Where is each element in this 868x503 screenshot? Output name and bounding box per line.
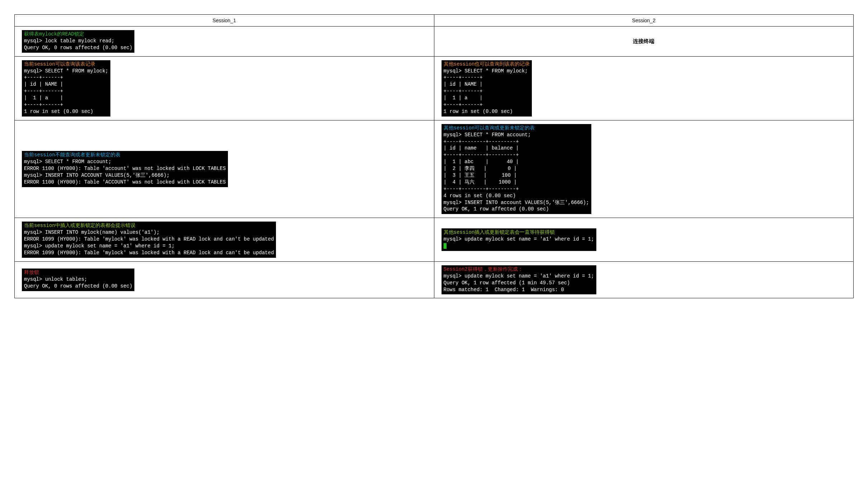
line: | 1 | a | <box>24 95 63 101</box>
terminal-block: 当前session中插入或更新锁定的表都会提示错误 mysql> INSERT … <box>22 222 276 257</box>
terminal-block: 当前session不能查询或者更新未锁定的表 mysql> SELECT * F… <box>22 151 228 187</box>
table-row: 当前session可以查询该表记录 mysql> SELECT * FROM m… <box>15 56 854 120</box>
session-comparison-table: Session_1 Session_2 获得表mylock的READ锁定 mys… <box>14 14 854 298</box>
line: +----+------+ <box>444 88 483 94</box>
terminal-block: 其他session可以查询或更新未锁定的表 mysql> SELECT * FR… <box>442 124 591 214</box>
line: +----+------+ <box>444 102 483 108</box>
line: | id | NAME | <box>444 81 483 87</box>
cell-s1-r5: 释放锁 mysql> unlock tables; Query OK, 0 ro… <box>15 261 434 298</box>
line: +----+------+ <box>24 88 63 94</box>
line: mysql> update mylock set name = 'a1' whe… <box>24 243 175 249</box>
line: | 1 | a | <box>444 95 483 101</box>
comment: Session2获得锁，更新操作完成； <box>444 266 523 272</box>
line: Query OK, 0 rows affected (0.00 sec) <box>24 45 132 51</box>
line: Rows matched: 1 Changed: 1 Warnings: 0 <box>444 287 564 293</box>
header-session-1: Session_1 <box>15 15 434 27</box>
line: +----+--------+---------+ <box>444 186 519 192</box>
line: mysql> lock table mylock read; <box>24 38 114 44</box>
line: mysql> INSERT INTO mylock(name) values('… <box>24 229 159 235</box>
line: 1 row in set (0.00 sec) <box>444 109 513 114</box>
comment: 当前session不能查询或者更新未锁定的表 <box>24 152 120 158</box>
text: 连接终端 <box>633 38 654 44</box>
comment: 当前session可以查询该表记录 <box>24 61 95 67</box>
line: mysql> SELECT * FROM account; <box>24 159 111 165</box>
line: ERROR 1099 (HY000): Table 'mylock' was l… <box>24 236 274 242</box>
cell-s2-r1: 连接终端 <box>434 27 854 57</box>
line: Query OK, 0 rows affected (0.00 sec) <box>24 283 132 289</box>
line: mysql> update mylock set name = 'a1' whe… <box>444 236 594 242</box>
terminal-block: Session2获得锁，更新操作完成； mysql> update mylock… <box>442 265 596 295</box>
cell-s2-r3: 其他session可以查询或更新未锁定的表 mysql> SELECT * FR… <box>434 120 854 218</box>
cell-s1-r2: 当前session可以查询该表记录 mysql> SELECT * FROM m… <box>15 56 434 120</box>
terminal-block: 获得表mylock的READ锁定 mysql> lock table myloc… <box>22 30 134 53</box>
line: mysql> SELECT * FROM mylock; <box>24 68 108 74</box>
cell-s1-r1: 获得表mylock的READ锁定 mysql> lock table myloc… <box>15 27 434 57</box>
terminal-block: 释放锁 mysql> unlock tables; Query OK, 0 ro… <box>22 269 134 291</box>
comment: 其他session也可以查询到该表的记录 <box>444 61 530 67</box>
line: | 1 | abc | 40 | <box>444 159 519 165</box>
line: ERROR 1099 (HY000): Table 'mylock' was l… <box>24 250 274 256</box>
cursor-icon: █ <box>444 243 447 249</box>
line: mysql> update mylock set name = 'a1' whe… <box>444 273 594 279</box>
comment: 其他session可以查询或更新未锁定的表 <box>444 125 535 131</box>
table-row: 释放锁 mysql> unlock tables; Query OK, 0 ro… <box>15 261 854 298</box>
cell-s2-r2: 其他session也可以查询到该表的记录 mysql> SELECT * FRO… <box>434 56 854 120</box>
table-row: 当前session中插入或更新锁定的表都会提示错误 mysql> INSERT … <box>15 218 854 261</box>
line: mysql> unlock tables; <box>24 276 87 282</box>
terminal-block: 其他session插入或更新锁定表会一直等待获得锁 mysql> update … <box>442 228 596 251</box>
line: | 4 | 马六 | 1000 | <box>444 179 517 185</box>
cell-s2-r4: 其他session插入或更新锁定表会一直等待获得锁 mysql> update … <box>434 218 854 261</box>
line: ERROR 1100 (HY000): Table 'ACCOUNT' was … <box>24 179 226 185</box>
cell-s1-r4: 当前session中插入或更新锁定的表都会提示错误 mysql> INSERT … <box>15 218 434 261</box>
comment: 其他session插入或更新锁定表会一直等待获得锁 <box>444 229 555 235</box>
comment: 释放锁 <box>24 270 39 275</box>
terminal-block: 当前session可以查询该表记录 mysql> SELECT * FROM m… <box>22 60 110 117</box>
line: | 3 | 王五 | 100 | <box>444 172 517 178</box>
line: Query OK, 1 row affected (0.00 sec) <box>444 206 549 212</box>
line: ERROR 1100 (HY000): Table 'account' was … <box>24 166 226 171</box>
line: 1 row in set (0.00 sec) <box>24 109 93 114</box>
table-row: 当前session不能查询或者更新未锁定的表 mysql> SELECT * F… <box>15 120 854 218</box>
line: | id | NAME | <box>24 81 63 87</box>
line: | 2 | 李四 | 0 | <box>444 166 517 171</box>
line: mysql> SELECT * FROM account; <box>444 132 531 138</box>
cell-s2-r5: Session2获得锁，更新操作完成； mysql> update mylock… <box>434 261 854 298</box>
line: | id | name | balance | <box>444 145 519 151</box>
line: +----+------+ <box>24 75 63 80</box>
line: mysql> INSERT INTO ACCOUNT VALUES(5,'张三'… <box>24 172 170 178</box>
cell-s1-r3: 当前session不能查询或者更新未锁定的表 mysql> SELECT * F… <box>15 120 434 218</box>
line: 4 rows in set (0.00 sec) <box>444 193 516 199</box>
header-session-2: Session_2 <box>434 15 854 27</box>
line: Query OK, 1 row affected (1 min 49.57 se… <box>444 280 570 286</box>
comment: 当前session中插入或更新锁定的表都会提示错误 <box>24 223 135 228</box>
line: +----+--------+---------+ <box>444 139 519 144</box>
line: mysql> SELECT * FROM mylock; <box>444 68 528 74</box>
line: +----+------+ <box>24 102 63 108</box>
line: +----+------+ <box>444 75 483 80</box>
table-row: 获得表mylock的READ锁定 mysql> lock table myloc… <box>15 27 854 57</box>
line: +----+--------+---------+ <box>444 152 519 158</box>
comment: 获得表mylock的READ锁定 <box>24 31 84 37</box>
line: mysql> INSERT INTO account VALUES(5,'张三'… <box>444 200 589 205</box>
terminal-block: 其他session也可以查询到该表的记录 mysql> SELECT * FRO… <box>442 60 532 117</box>
